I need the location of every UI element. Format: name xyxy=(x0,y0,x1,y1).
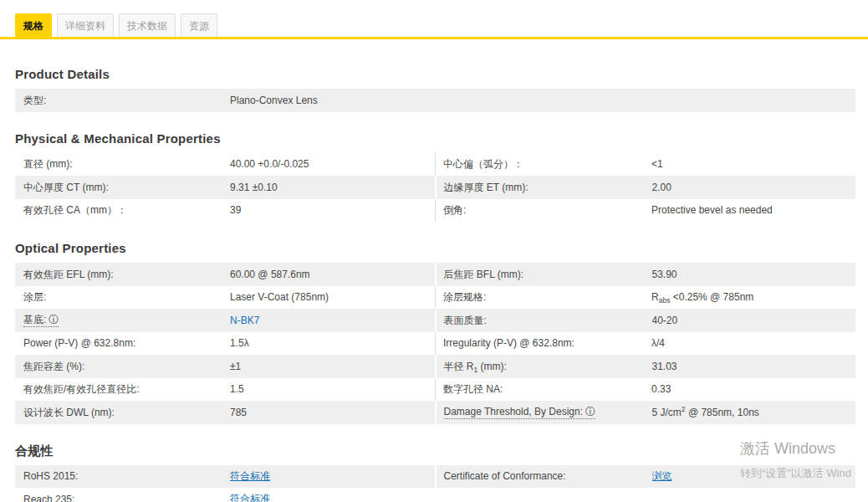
spec-cell-left: RoHS 2015:符合标准 xyxy=(15,465,435,489)
spec-value: 9.31 ±0.10 xyxy=(230,182,435,193)
spec-label: 有效孔径 CA（mm）： xyxy=(15,204,230,216)
spec-label: 涂层: xyxy=(15,291,230,303)
spec-value: 785 xyxy=(230,407,435,418)
spec-row: 焦距容差 (%):±1半径 R1 (mm):31.03 xyxy=(15,355,855,378)
spec-label: 有效焦距/有效孔径直径比: xyxy=(15,383,230,395)
spec-value: 1.5 xyxy=(230,383,435,395)
spec-label-text: 表面质量: xyxy=(444,315,487,326)
spec-row: 中心厚度 CT (mm):9.31 ±0.10边缘厚度 ET (mm):2.00 xyxy=(15,176,855,199)
spec-cell-left: 中心厚度 CT (mm):9.31 ±0.10 xyxy=(15,176,435,199)
spec-cell-left: Reach 235:符合标准 xyxy=(15,488,436,502)
spec-cell-right: 倒角:Protective bevel as needed xyxy=(435,199,855,223)
spec-cell-right: Irregularity (P-V) @ 632.8nm:λ/4 xyxy=(435,332,855,356)
text-part: 785 xyxy=(230,407,247,418)
text-part: 39 xyxy=(230,204,241,216)
spec-label: 中心偏（弧分）： xyxy=(436,158,651,170)
spec-value: 符合标准 xyxy=(230,492,436,502)
spec-label: Irregularity (P-V) @ 632.8nm: xyxy=(436,337,651,349)
spec-cell-right: 边缘厚度 ET (mm):2.00 xyxy=(435,176,856,199)
spec-label-text: 直径 (mm): xyxy=(23,158,73,170)
info-icon[interactable]: ⓘ xyxy=(49,314,59,325)
text-part: 倒角: xyxy=(443,204,466,216)
spec-label-text: 设计波长 DWL (nm): xyxy=(23,407,115,418)
spec-row: Reach 235:符合标准 xyxy=(15,488,855,502)
spec-cell-left: 设计波长 DWL (nm):785 xyxy=(15,401,435,424)
spec-value-link[interactable]: 浏览 xyxy=(652,470,672,482)
spec-label: 直径 (mm): xyxy=(15,158,230,170)
spec-value: 5 J/cm2 @ 785nm, 10ns xyxy=(652,407,856,418)
text-part: 基底: xyxy=(23,314,46,325)
spec-label-text: 边缘厚度 ET (mm): xyxy=(444,182,528,193)
spec-value-link[interactable]: N-BK7 xyxy=(230,315,259,326)
tab-bar: 规格详细资料技术数据资源 xyxy=(15,13,217,37)
spec-value: Protective bevel as needed xyxy=(651,204,855,216)
spec-label-text: Power (P-V) @ 632.8nm: xyxy=(23,337,135,349)
section-title: Product Details xyxy=(15,68,855,80)
spec-cell-right xyxy=(436,488,856,502)
spec-label: 表面质量: xyxy=(437,315,652,326)
spec-row: RoHS 2015:符合标准Certificate of Conformance… xyxy=(15,465,855,489)
text-part: 1.5 xyxy=(230,383,244,395)
spec-label-text: 倒角: xyxy=(443,204,466,216)
spec-row: 涂层:Laser V-Coat (785nm)涂层规格:Rabs <0.25% … xyxy=(15,286,855,310)
text-part: 1.5λ xyxy=(230,337,249,349)
text-part: Laser V-Coat (785nm) xyxy=(230,291,329,303)
subscript-part: abs xyxy=(659,297,671,304)
tab-resources[interactable]: 资源 xyxy=(181,13,217,37)
tab-details[interactable]: 详细资料 xyxy=(57,13,114,37)
spec-label-text[interactable]: Damage Threshold, By Design:ⓘ xyxy=(444,406,596,419)
section-compliance: 合规性RoHS 2015:符合标准Certificate of Conforma… xyxy=(15,444,855,502)
spec-value-link[interactable]: 符合标准 xyxy=(230,493,270,502)
spec-row: 有效孔径 CA（mm）：39倒角:Protective bevel as nee… xyxy=(15,199,855,223)
section-title: Optical Properties xyxy=(15,242,855,254)
tab-technical-data[interactable]: 技术数据 xyxy=(119,13,176,37)
spec-row: 设计波长 DWL (nm):785Damage Threshold, By De… xyxy=(15,401,855,424)
spec-label: 数字孔径 NA: xyxy=(436,383,651,395)
spec-label-text: Reach 235: xyxy=(23,494,74,502)
text-part: Plano-Convex Lens xyxy=(230,95,318,106)
section-title: 合规性 xyxy=(15,444,855,457)
spec-value-link[interactable]: 符合标准 xyxy=(230,470,270,482)
spec-value: 符合标准 xyxy=(230,469,435,484)
spec-label-text: RoHS 2015: xyxy=(23,470,78,482)
spec-value: 0.33 xyxy=(651,383,855,395)
text-part: 53.90 xyxy=(652,269,677,280)
spec-cell-right: 半径 R1 (mm):31.03 xyxy=(435,355,856,378)
text-part: 表面质量: xyxy=(444,315,487,326)
spec-label-text: 涂层: xyxy=(23,291,46,303)
spec-label-text: 数字孔径 NA: xyxy=(443,383,503,395)
spec-label: 焦距容差 (%): xyxy=(15,361,230,372)
spec-label: 半径 R1 (mm): xyxy=(437,361,652,372)
spec-content: Product Details类型:Plano-Convex LensPhysi… xyxy=(15,39,855,502)
spec-label: 中心厚度 CT (mm): xyxy=(15,182,230,193)
spec-cell-left: Power (P-V) @ 632.8nm:1.5λ xyxy=(15,332,435,356)
spec-cell-right: 表面质量:40-20 xyxy=(435,309,856,332)
accent-underline xyxy=(0,37,868,39)
text-part: 中心偏（弧分）： xyxy=(443,158,523,170)
spec-value: 浏览 xyxy=(652,469,856,484)
spec-row: 类型:Plano-Convex Lens xyxy=(15,89,855,112)
spec-cell-left: 类型:Plano-Convex Lens xyxy=(15,89,855,112)
spec-row: Power (P-V) @ 632.8nm:1.5λIrregularity (… xyxy=(15,332,855,356)
section-title: Physical & Mechanical Properties xyxy=(15,132,855,145)
spec-cell-left: 基底:ⓘN-BK7 xyxy=(15,309,435,332)
spec-cell-left: 焦距容差 (%):±1 xyxy=(15,355,435,378)
spec-label-text[interactable]: 基底:ⓘ xyxy=(23,314,59,327)
spec-value: 40.00 +0.0/-0.025 xyxy=(230,158,435,170)
spec-cell-right: 中心偏（弧分）：<1 xyxy=(435,153,855,177)
spec-value: Plano-Convex Lens xyxy=(230,95,855,106)
spec-label: Reach 235: xyxy=(15,494,230,502)
spec-row: 有效焦距 EFL (mm):60.00 @ 587.6nm后焦距 BFL (mm… xyxy=(15,263,855,286)
text-part: 直径 (mm): xyxy=(23,158,73,170)
text-part: (mm): xyxy=(477,361,507,372)
tab-specifications[interactable]: 规格 xyxy=(15,13,52,37)
info-icon[interactable]: ⓘ xyxy=(585,406,595,417)
text-part: 31.03 xyxy=(652,361,677,372)
spec-value: ±1 xyxy=(230,361,435,372)
spec-label: 倒角: xyxy=(436,204,651,216)
text-part: 0.33 xyxy=(651,383,671,395)
spec-cell-right: 数字孔径 NA:0.33 xyxy=(435,378,855,402)
text-part: 边缘厚度 ET (mm): xyxy=(444,182,528,193)
text-part: 有效焦距 EFL (mm): xyxy=(23,269,114,280)
spec-cell-right: Certificate of Conformance:浏览 xyxy=(435,465,856,489)
